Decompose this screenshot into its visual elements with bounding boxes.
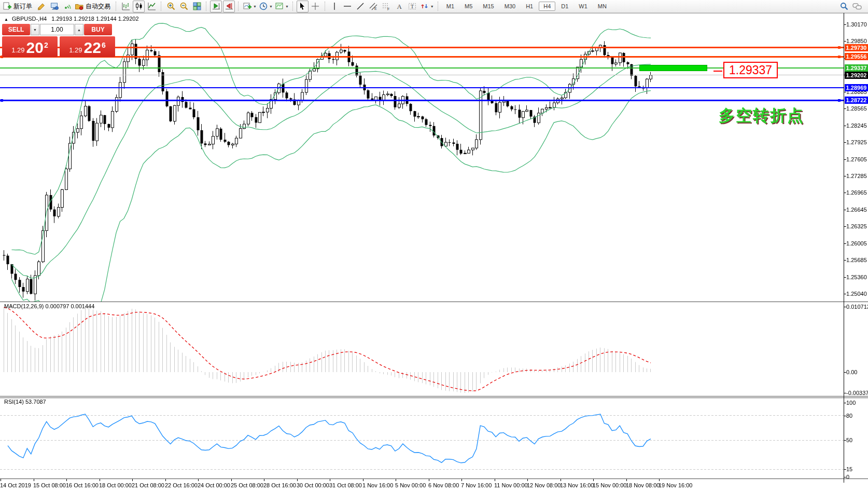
rsi-value: 53.7087: [25, 399, 46, 405]
signals-icon: [63, 2, 72, 11]
price-level-line-1.28969[interactable]: [0, 87, 844, 88]
templates-button[interactable]: ▼: [274, 1, 289, 12]
sell-button[interactable]: SELL: [2, 24, 30, 35]
svg-text:A: A: [397, 3, 402, 10]
timeframe-m15[interactable]: M15: [478, 2, 498, 11]
price-tick-label: 1.28565: [846, 105, 867, 112]
signals-button[interactable]: [61, 1, 73, 12]
dropdown-caret-icon: ▼: [253, 5, 257, 8]
chart-shift-button[interactable]: [223, 1, 235, 12]
price-level-line-1.28722[interactable]: [0, 100, 844, 101]
macd-value-main: 0.000797: [45, 303, 69, 309]
vps-icon: [50, 2, 59, 11]
zoom-out-button[interactable]: [178, 1, 190, 12]
volume-increase-button[interactable]: ▲: [75, 24, 83, 35]
chart-candles-button[interactable]: [133, 1, 145, 12]
tile-windows-button[interactable]: [191, 1, 203, 12]
metaeditor-button[interactable]: [35, 1, 47, 12]
time-axis-label: 18 Nov 08:00: [626, 482, 660, 488]
timeframe-d1[interactable]: D1: [556, 2, 573, 11]
new-order-label: 新订单: [13, 2, 32, 11]
time-axis-label: 25 Oct 08:00: [231, 482, 263, 488]
symbol-ohlc: 1.29193 1.29218 1.29144 1.29202: [51, 16, 138, 22]
time-axis-label: 30 Oct 00:00: [297, 482, 329, 488]
price-level-line-1.29202[interactable]: [0, 75, 844, 75]
chart-line-button[interactable]: [146, 1, 158, 12]
fibonacci-button[interactable]: F: [381, 1, 393, 12]
search-button[interactable]: [838, 1, 850, 12]
timeframe-group: M1M5M15M30H1H4D1W1MN: [441, 2, 612, 11]
collapse-panel-icon[interactable]: ▲: [4, 17, 8, 22]
macd-axis-label: -0.003373: [846, 390, 868, 396]
autoscroll-button[interactable]: [210, 1, 222, 12]
chart-bars-button[interactable]: [120, 1, 132, 12]
price-tick-label: 1.26005: [846, 240, 867, 247]
level-endpoint-marker[interactable]: [838, 46, 841, 49]
level-endpoint-marker[interactable]: [1, 99, 3, 102]
crosshair-icon: [311, 2, 320, 11]
macd-axis-label: 0.00: [846, 369, 857, 375]
volume-decrease-button[interactable]: ▼: [31, 24, 39, 35]
svg-text:E: E: [374, 7, 377, 10]
one-click-trading-panel: SELL ▼ ▲ BUY 1.29 20 2 1.29 22 6: [2, 24, 115, 57]
price-tick-label: 1.26325: [846, 223, 867, 229]
sell-price-box[interactable]: 1.29 20 2: [2, 36, 58, 57]
time-axis-label: 13 Nov 16:00: [560, 482, 594, 488]
symbol-info: ▲ GBPUSD-,H4 1.29193 1.29218 1.29144 1.2…: [4, 16, 139, 22]
price-level-line-1.29337[interactable]: [0, 67, 844, 69]
text-label-button[interactable]: T: [407, 1, 418, 12]
timeframe-mn[interactable]: MN: [593, 2, 611, 11]
indicators-button[interactable]: ▼: [242, 1, 257, 12]
timeframe-w1[interactable]: W1: [574, 2, 592, 11]
macd-value-signal: 0.001444: [71, 303, 94, 309]
autotrade-button[interactable]: 自动交易: [74, 1, 113, 12]
periods-button[interactable]: ▼: [258, 1, 273, 12]
time-axis-label: 15 Nov 00:00: [593, 482, 626, 488]
cursor-button[interactable]: [297, 1, 309, 12]
arrows-button[interactable]: ▼: [419, 1, 435, 12]
timeframe-h1[interactable]: H1: [521, 2, 538, 11]
text-icon: A: [395, 2, 404, 11]
price-level-line-1.29556[interactable]: [0, 56, 844, 58]
price-callout-box[interactable]: 1.29337: [723, 62, 778, 78]
volume-input[interactable]: [40, 24, 74, 35]
arrows-icon: [420, 2, 429, 11]
timeframe-m30[interactable]: M30: [500, 2, 520, 11]
new-order-button[interactable]: 新订单: [2, 1, 34, 12]
level-endpoint-marker[interactable]: [838, 56, 841, 58]
vertical-line-icon: [330, 2, 339, 11]
timeframe-m5[interactable]: M5: [460, 2, 477, 11]
toolbar-separator: [206, 2, 207, 11]
trendline-button[interactable]: [355, 1, 367, 12]
channel-button[interactable]: E: [368, 1, 380, 12]
green-highlight-bar[interactable]: [639, 65, 707, 71]
buy-button[interactable]: BUY: [84, 24, 112, 35]
timeframe-m1[interactable]: M1: [442, 2, 459, 11]
time-axis-label: 18 Oct 00:00: [99, 482, 132, 488]
horizontal-line-button[interactable]: [342, 1, 354, 12]
price-level-badge-1.28969: 1.28969: [845, 84, 868, 91]
vps-button[interactable]: [48, 1, 60, 12]
autotrade-icon: [75, 2, 84, 11]
dropdown-caret-icon: ▼: [285, 5, 289, 8]
price-tick-label: 1.29850: [846, 38, 867, 44]
level-endpoint-marker[interactable]: [838, 99, 841, 102]
price-level-line-1.29730[interactable]: [0, 47, 844, 48]
zoom-in-button[interactable]: [165, 1, 177, 12]
timeframe-h4[interactable]: H4: [539, 2, 555, 11]
crosshair-button[interactable]: [310, 1, 321, 12]
price-level-badge-1.28722: 1.28722: [845, 97, 868, 104]
buy-price-box[interactable]: 1.29 22 6: [60, 36, 115, 57]
time-axis-label: 12 Nov 08:00: [527, 482, 561, 488]
price-tick-label: 1.27605: [846, 156, 867, 162]
indicators-icon: [243, 2, 252, 11]
price-tick-label: 1.27285: [846, 173, 867, 179]
chat-button[interactable]: [851, 1, 863, 12]
text-button[interactable]: A: [394, 1, 405, 12]
vertical-line-button[interactable]: [329, 1, 341, 12]
rsi-axis-label: 100: [846, 400, 856, 406]
bars-chart-icon: [121, 2, 131, 11]
price-level-badge-1.29556: 1.29556: [845, 53, 868, 60]
zoom-out-icon: [179, 2, 189, 11]
time-axis-label: 5 Nov 00:00: [395, 482, 426, 488]
